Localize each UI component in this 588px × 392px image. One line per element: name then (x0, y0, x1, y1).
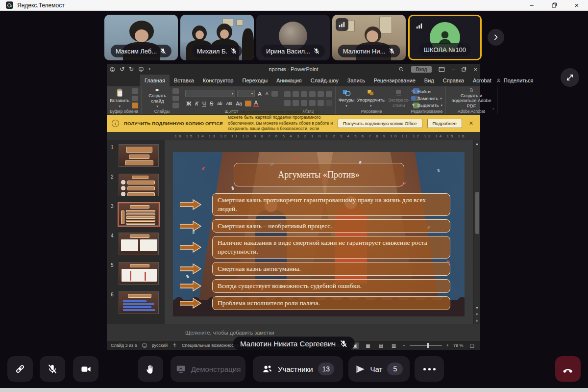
case-button[interactable]: АВ (225, 101, 233, 106)
quick-styles-button[interactable]: Экспресс-стили (387, 88, 411, 108)
copy-link-button[interactable] (7, 356, 33, 382)
char-spacing-button[interactable]: ab (216, 101, 223, 106)
slide-sorter-view-icon[interactable]: ▦ (364, 342, 372, 349)
next-slide-icon[interactable]: ⇟ (474, 317, 481, 324)
participant-tile[interactable]: Максим Леб... (104, 15, 178, 60)
qat-customize-icon[interactable]: ▾ (148, 67, 150, 71)
more-options-button[interactable] (415, 356, 444, 382)
tab-help[interactable]: Справка (439, 75, 468, 86)
participant-tile[interactable]: Михаил Б. (180, 15, 254, 60)
tab-insert[interactable]: Вставка (170, 75, 198, 86)
thumbnail-slide-6[interactable]: 6 (111, 291, 162, 314)
raise-hand-button[interactable] (138, 356, 163, 382)
line-spacing-icon[interactable] (318, 91, 324, 97)
zoom-slider-thumb[interactable] (427, 343, 429, 348)
tab-record[interactable]: Запись (343, 75, 369, 86)
participants-button[interactable]: Участники 13 (253, 356, 343, 382)
align-right-icon[interactable] (301, 100, 307, 106)
columns-icon[interactable] (318, 100, 324, 106)
decrease-indent-icon[interactable] (301, 91, 307, 97)
participant-tile[interactable]: Малютин Ни... (332, 15, 406, 60)
select-button[interactable]: Выделить ▾ (411, 103, 442, 108)
cut-icon[interactable] (132, 88, 138, 94)
tab-home[interactable]: Главная (140, 75, 170, 86)
tab-animations[interactable]: Анимация (272, 75, 306, 86)
tab-transitions[interactable]: Переходы (238, 75, 272, 86)
previous-slide-icon[interactable]: ⇞ (474, 311, 481, 317)
scroll-up-icon[interactable]: ▲ (474, 140, 481, 147)
zoom-slider[interactable] (410, 345, 442, 346)
zoom-out-icon[interactable]: − (403, 343, 405, 348)
search-icon[interactable] (398, 66, 404, 72)
participant-tile-active-speaker[interactable]: ШКОЛА №100 (408, 15, 482, 60)
slideshow-view-icon[interactable]: ▥ (390, 342, 398, 349)
language-indicator[interactable]: русский (152, 343, 168, 348)
tab-slideshow[interactable]: Слайд-шоу (306, 75, 343, 86)
expand-fullscreen-button[interactable] (561, 68, 579, 87)
participant-tile[interactable]: Ирина Васил... (256, 15, 330, 60)
scrollbar-thumb[interactable] (475, 192, 479, 234)
redo-icon[interactable]: ↻ (129, 66, 134, 73)
shapes-button[interactable]: Фигуры ▾ (339, 88, 355, 108)
thumbnail-slide-2[interactable]: 2 (111, 174, 162, 196)
share-screen-button[interactable]: Демонстрация (171, 356, 245, 382)
tab-review[interactable]: Рецензирование (369, 75, 420, 86)
zoom-in-icon[interactable]: + (446, 343, 449, 348)
text-effects-button[interactable]: Aa (235, 101, 243, 106)
theme-icon[interactable] (142, 343, 147, 348)
thumbnail-slide-4[interactable]: 4 (111, 233, 162, 255)
start-slideshow-icon[interactable] (138, 67, 144, 72)
tab-design[interactable]: Конструктор (198, 75, 238, 86)
bold-button[interactable]: Ж (185, 101, 192, 106)
highlight-color-icon[interactable] (245, 101, 251, 106)
license-close-icon[interactable]: ✕ (467, 120, 475, 127)
get-genuine-office-button[interactable]: Получить подлинную копию Office (338, 119, 422, 128)
strikethrough-button[interactable]: S (209, 101, 214, 106)
ppt-close-button[interactable]: × (473, 66, 477, 73)
restore-button[interactable] (543, 0, 565, 11)
reset-slide-icon[interactable] (172, 96, 179, 102)
font-color-button[interactable]: А (253, 100, 259, 107)
ppt-share-button[interactable]: Поделиться (496, 75, 539, 86)
section-icon[interactable] (172, 103, 179, 108)
thumbnail-slide-5[interactable]: 5 (111, 262, 162, 285)
shrink-font-icon[interactable]: А (265, 91, 270, 96)
clear-format-icon[interactable] (271, 91, 278, 97)
slide-layout-icon[interactable] (172, 88, 179, 94)
bullets-icon[interactable] (284, 91, 291, 97)
arrange-button[interactable]: Упорядочить ▾ (357, 88, 385, 108)
vertical-scrollbar[interactable]: ▲ ▼ ⇞ ⇟ (473, 140, 480, 324)
minimize-button[interactable]: – (520, 0, 543, 11)
fit-to-window-icon[interactable]: ▢ (468, 342, 476, 349)
close-button[interactable]: × (565, 0, 588, 11)
thumbnail-slide-3-selected[interactable]: 3 (111, 203, 162, 226)
replace-button[interactable]: Заменить ▾ (411, 96, 442, 101)
learn-more-button[interactable]: Подробнее (427, 119, 462, 128)
text-direction-icon[interactable] (326, 91, 332, 97)
format-painter-icon[interactable] (132, 103, 138, 108)
thumbnail-slide-1[interactable]: 1 (111, 144, 162, 167)
numbering-icon[interactable] (293, 91, 299, 97)
font-name-dropdown[interactable]: ▾ (185, 90, 235, 97)
next-participants-button[interactable] (488, 29, 504, 46)
justify-icon[interactable] (309, 100, 316, 106)
new-slide-button[interactable]: Создать слайд ▾ (145, 88, 170, 108)
align-left-icon[interactable] (284, 100, 291, 106)
find-button[interactable]: Найти (411, 89, 431, 94)
tab-acrobat[interactable]: Acrobat (468, 75, 496, 86)
chat-button[interactable]: Чат 5 (348, 356, 410, 382)
copy-icon[interactable] (132, 96, 138, 102)
tab-view[interactable]: Вид (420, 75, 439, 86)
underline-button[interactable]: Ч (201, 101, 207, 106)
create-pdf-button[interactable]: Создать и поделиться Adobe PDF (449, 88, 494, 108)
collapse-ribbon-icon[interactable]: ⌃ (491, 108, 495, 112)
zoom-level[interactable]: 79 % (453, 343, 464, 348)
microphone-button-muted[interactable] (40, 356, 65, 382)
camera-button[interactable] (73, 356, 98, 382)
paste-button[interactable]: Вставить ▾ (110, 88, 129, 108)
ppt-minimize-button[interactable]: – (452, 66, 455, 72)
font-size-dropdown[interactable]: ▾ (237, 90, 255, 97)
increase-indent-icon[interactable] (309, 91, 316, 97)
align-center-icon[interactable] (293, 100, 299, 106)
grow-font-icon[interactable]: А (257, 91, 262, 97)
